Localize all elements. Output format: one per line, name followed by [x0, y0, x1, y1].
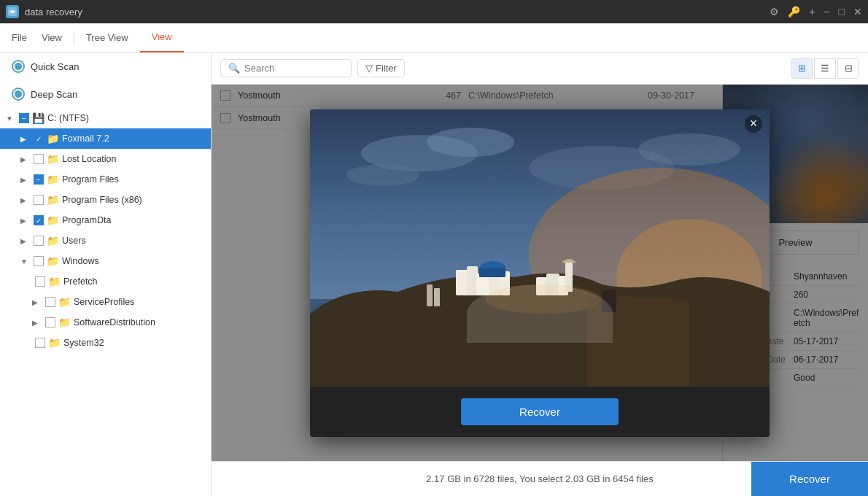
- view-list-button[interactable]: ☰: [814, 58, 836, 79]
- folder-icon: 📁: [48, 337, 61, 349]
- folder-icon: 📁: [47, 255, 59, 267]
- modal-overlay[interactable]: ×: [212, 85, 868, 461]
- sidebar-item-programdta[interactable]: ▶ 📁 ProgramDta: [0, 210, 211, 230]
- sidebar-item-program-files[interactable]: ▶ 📁 Program Files: [0, 169, 211, 190]
- modal-close-button[interactable]: ×: [745, 115, 762, 133]
- svg-point-6: [346, 164, 419, 186]
- softwaredistribution-label: SoftwareDistribution: [74, 317, 155, 328]
- search-box[interactable]: 🔍: [220, 59, 352, 77]
- chevron-right-icon: ▶: [20, 237, 31, 245]
- lost-location-checkbox[interactable]: [34, 154, 44, 164]
- sidebar-item-quick-scan[interactable]: Quick Scan: [0, 53, 211, 80]
- c-drive-label: C: (NTFS): [47, 113, 89, 123]
- sidebar-item-deep-scan[interactable]: Deep Scan: [0, 80, 211, 108]
- program-files-x86-label: Program Files (x86): [62, 195, 142, 205]
- drive-icon: 💾: [32, 112, 44, 124]
- sidebar-item-system32[interactable]: 📁 System32: [0, 333, 211, 353]
- lost-location-label: Lost Location: [62, 154, 116, 164]
- chevron-right-icon: ▶: [20, 135, 31, 143]
- modal-recover-bar: Recover: [310, 387, 770, 437]
- view-buttons: ⊞ ☰ ⊟: [791, 58, 859, 79]
- chevron-right-icon: ▶: [20, 217, 31, 225]
- menu-items: File View: [0, 29, 74, 46]
- sidebar-item-program-files-x86[interactable]: ▶ 📁 Program Files (x86): [0, 190, 211, 210]
- windows-label: Windows: [62, 256, 99, 266]
- chevron-down-icon: ▼: [20, 257, 31, 266]
- minimize-button[interactable]: −: [824, 6, 829, 18]
- svg-rect-12: [467, 266, 478, 295]
- svg-rect-23: [434, 288, 440, 306]
- folder-icon: 📁: [47, 153, 59, 165]
- programdta-checkbox[interactable]: [34, 215, 44, 225]
- deep-scan-label: Deep Scan: [31, 89, 77, 100]
- toolbar: 🔍 ▽ Filter ⊞ ☰ ⊟: [212, 53, 868, 85]
- sidebar-item-serviceprofiles[interactable]: ▶ 📁 ServiceProfiles: [0, 292, 211, 312]
- folder-icon: 📁: [47, 194, 59, 206]
- bottom-bar: 2.17 GB in 6728 files, You select 2.03 G…: [212, 461, 868, 496]
- program-files-x86-checkbox[interactable]: [34, 195, 44, 205]
- main-layout: Quick Scan Deep Scan ▼ 💾 C: (NTFS) ▶ 📁 F…: [0, 53, 868, 496]
- folder-icon: 📁: [47, 214, 59, 226]
- svg-point-24: [485, 284, 602, 314]
- svg-point-3: [427, 128, 514, 157]
- prefetch-label: Prefetch: [63, 276, 98, 287]
- sidebar-item-foxmail[interactable]: ▶ 📁 Foxmail 7.2: [0, 128, 211, 149]
- foxmail-checkbox[interactable]: [34, 133, 44, 144]
- folder-icon: 📁: [58, 296, 71, 308]
- app-logo: [6, 5, 19, 18]
- windows-checkbox[interactable]: [34, 256, 44, 266]
- titlebar-controls: ⚙ 🔑 + − □ ✕: [770, 6, 862, 18]
- sidebar-item-c-drive[interactable]: ▼ 💾 C: (NTFS): [0, 108, 211, 128]
- maximize-button[interactable]: □: [839, 6, 845, 18]
- svg-rect-17: [479, 268, 505, 277]
- users-checkbox[interactable]: [34, 236, 44, 246]
- close-button[interactable]: ✕: [853, 6, 862, 18]
- users-label: Users: [62, 236, 86, 246]
- serviceprofiles-checkbox[interactable]: [45, 297, 55, 307]
- folder-icon: 📁: [47, 235, 59, 247]
- search-input[interactable]: [244, 63, 332, 74]
- chevron-right-icon: ▶: [32, 319, 42, 327]
- chevron-right-icon: ▶: [20, 176, 31, 184]
- sidebar: Quick Scan Deep Scan ▼ 💾 C: (NTFS) ▶ 📁 F…: [0, 53, 212, 496]
- system32-checkbox[interactable]: [35, 338, 45, 348]
- serviceprofiles-label: ServiceProfiles: [74, 297, 134, 307]
- view-grid-button[interactable]: ⊞: [791, 58, 813, 79]
- titlebar-tool1[interactable]: ⚙: [770, 6, 779, 18]
- svg-rect-21: [565, 263, 573, 292]
- image-preview-modal: ×: [310, 109, 770, 437]
- sidebar-item-windows[interactable]: ▼ 📁 Windows: [0, 251, 211, 271]
- folder-icon: 📁: [48, 276, 61, 287]
- folder-icon: 📁: [47, 133, 59, 144]
- filter-button[interactable]: ▽ Filter: [357, 59, 405, 77]
- modal-image: [310, 109, 770, 387]
- tab-view[interactable]: View: [140, 23, 184, 53]
- program-files-label: Program Files: [62, 174, 119, 185]
- recover-button[interactable]: Recover: [751, 462, 868, 497]
- program-files-checkbox[interactable]: [34, 174, 44, 185]
- quick-scan-icon: [12, 60, 25, 73]
- tab-tree-view[interactable]: Tree View: [74, 23, 140, 53]
- softwaredistribution-checkbox[interactable]: [45, 317, 55, 328]
- chevron-right-icon: ▶: [32, 298, 42, 306]
- titlebar-left: data recovery: [6, 5, 82, 18]
- c-drive-checkbox[interactable]: [19, 113, 29, 123]
- svg-point-5: [638, 133, 740, 166]
- app-title: data recovery: [25, 7, 82, 18]
- chevron-right-icon: ▶: [20, 196, 31, 204]
- sidebar-item-users[interactable]: ▶ 📁 Users: [0, 230, 211, 251]
- system32-label: System32: [63, 338, 104, 348]
- view-detail-button[interactable]: ⊟: [837, 58, 859, 79]
- menu-view[interactable]: View: [42, 29, 62, 46]
- menubar: File View Tree View View: [0, 23, 868, 53]
- modal-recover-button[interactable]: Recover: [461, 398, 619, 425]
- sidebar-item-lost-location[interactable]: ▶ 📁 Lost Location: [0, 149, 211, 169]
- prefetch-checkbox[interactable]: [35, 276, 45, 287]
- titlebar-tool2[interactable]: 🔑: [788, 6, 800, 18]
- foxmail-label: Foxmail 7.2: [62, 133, 109, 144]
- filter-icon: ▽: [365, 63, 373, 74]
- titlebar-add[interactable]: +: [809, 6, 815, 18]
- sidebar-item-softwaredistribution[interactable]: ▶ 📁 SoftwareDistribution: [0, 312, 211, 333]
- menu-file[interactable]: File: [12, 29, 27, 46]
- sidebar-item-prefetch[interactable]: 📁 Prefetch: [0, 271, 211, 292]
